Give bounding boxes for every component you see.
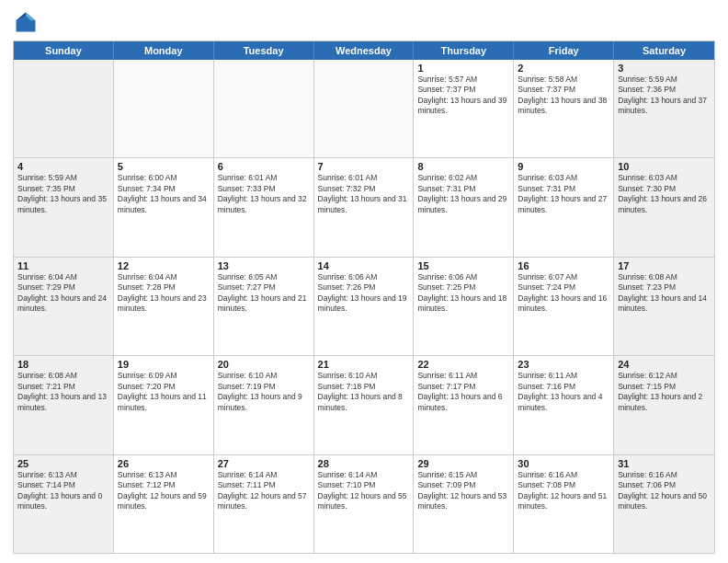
day-info: Sunrise: 6:11 AMSunset: 7:17 PMDaylight:… — [417, 371, 509, 413]
day-number: 17 — [618, 260, 711, 271]
day-cell-6: 6Sunrise: 6:01 AMSunset: 7:33 PMDaylight… — [214, 158, 314, 256]
day-number: 16 — [518, 260, 609, 271]
day-cell-13: 13Sunrise: 6:05 AMSunset: 7:27 PMDayligh… — [214, 258, 314, 355]
day-cell-15: 15Sunrise: 6:06 AMSunset: 7:25 PMDayligh… — [414, 258, 514, 355]
day-cell-21: 21Sunrise: 6:10 AMSunset: 7:18 PMDayligh… — [314, 356, 415, 454]
header-day-saturday: Saturday — [614, 41, 714, 60]
empty-cell — [214, 60, 314, 157]
day-info: Sunrise: 6:13 AMSunset: 7:14 PMDaylight:… — [17, 470, 109, 512]
day-info: Sunrise: 6:00 AMSunset: 7:34 PMDaylight:… — [118, 173, 210, 215]
day-info: Sunrise: 6:05 AMSunset: 7:27 PMDaylight:… — [218, 272, 310, 315]
day-number: 11 — [17, 260, 109, 271]
day-info: Sunrise: 6:08 AMSunset: 7:23 PMDaylight:… — [618, 272, 711, 315]
day-number: 15 — [417, 260, 509, 271]
day-number: 6 — [218, 161, 310, 172]
day-info: Sunrise: 5:58 AMSunset: 7:37 PMDaylight:… — [518, 75, 609, 117]
header-day-friday: Friday — [514, 41, 614, 60]
header-day-wednesday: Wednesday — [314, 41, 415, 60]
day-info: Sunrise: 5:59 AMSunset: 7:35 PMDaylight:… — [17, 173, 109, 215]
day-cell-23: 23Sunrise: 6:11 AMSunset: 7:16 PMDayligh… — [514, 356, 614, 454]
day-cell-28: 28Sunrise: 6:14 AMSunset: 7:10 PMDayligh… — [314, 455, 415, 553]
day-number: 25 — [17, 458, 109, 469]
day-cell-17: 17Sunrise: 6:08 AMSunset: 7:23 PMDayligh… — [614, 258, 714, 355]
day-cell-14: 14Sunrise: 6:06 AMSunset: 7:26 PMDayligh… — [314, 258, 415, 355]
day-info: Sunrise: 6:09 AMSunset: 7:20 PMDaylight:… — [118, 371, 210, 413]
day-info: Sunrise: 6:07 AMSunset: 7:24 PMDaylight:… — [518, 272, 609, 315]
day-number: 14 — [318, 260, 410, 271]
day-number: 5 — [118, 161, 210, 172]
logo-icon — [13, 9, 39, 35]
day-info: Sunrise: 6:13 AMSunset: 7:12 PMDaylight:… — [118, 470, 210, 512]
day-info: Sunrise: 6:12 AMSunset: 7:15 PMDaylight:… — [618, 371, 711, 413]
day-number: 7 — [318, 161, 410, 172]
day-number: 20 — [218, 359, 310, 370]
day-cell-30: 30Sunrise: 6:16 AMSunset: 7:08 PMDayligh… — [514, 455, 614, 553]
day-info: Sunrise: 6:01 AMSunset: 7:33 PMDaylight:… — [218, 173, 310, 215]
day-cell-9: 9Sunrise: 6:03 AMSunset: 7:31 PMDaylight… — [514, 158, 614, 256]
day-number: 1 — [417, 63, 509, 74]
day-number: 3 — [618, 63, 711, 74]
day-info: Sunrise: 6:03 AMSunset: 7:31 PMDaylight:… — [518, 173, 609, 215]
day-cell-11: 11Sunrise: 6:04 AMSunset: 7:29 PMDayligh… — [14, 258, 114, 355]
day-info: Sunrise: 6:04 AMSunset: 7:28 PMDaylight:… — [118, 272, 210, 315]
day-cell-20: 20Sunrise: 6:10 AMSunset: 7:19 PMDayligh… — [214, 356, 314, 454]
day-info: Sunrise: 6:10 AMSunset: 7:18 PMDaylight:… — [318, 371, 410, 413]
logo — [13, 9, 42, 35]
day-number: 31 — [618, 458, 711, 469]
day-info: Sunrise: 6:06 AMSunset: 7:26 PMDaylight:… — [318, 272, 410, 315]
day-cell-3: 3Sunrise: 5:59 AMSunset: 7:36 PMDaylight… — [614, 60, 714, 157]
day-number: 29 — [417, 458, 509, 469]
day-info: Sunrise: 6:06 AMSunset: 7:25 PMDaylight:… — [417, 272, 509, 315]
day-cell-25: 25Sunrise: 6:13 AMSunset: 7:14 PMDayligh… — [14, 455, 114, 553]
day-info: Sunrise: 6:02 AMSunset: 7:31 PMDaylight:… — [417, 173, 509, 215]
day-cell-27: 27Sunrise: 6:14 AMSunset: 7:11 PMDayligh… — [214, 455, 314, 553]
day-number: 21 — [318, 359, 410, 370]
day-info: Sunrise: 6:11 AMSunset: 7:16 PMDaylight:… — [518, 371, 609, 413]
day-number: 8 — [417, 161, 509, 172]
day-number: 13 — [218, 260, 310, 271]
day-cell-8: 8Sunrise: 6:02 AMSunset: 7:31 PMDaylight… — [414, 158, 514, 256]
day-number: 22 — [417, 359, 509, 370]
page: SundayMondayTuesdayWednesdayThursdayFrid… — [0, 0, 728, 563]
day-number: 30 — [518, 458, 609, 469]
calendar-body: 1Sunrise: 5:57 AMSunset: 7:37 PMDaylight… — [14, 60, 714, 553]
calendar-header: SundayMondayTuesdayWednesdayThursdayFrid… — [14, 41, 714, 60]
day-info: Sunrise: 5:57 AMSunset: 7:37 PMDaylight:… — [417, 75, 509, 117]
header-day-tuesday: Tuesday — [214, 41, 314, 60]
header — [13, 9, 715, 35]
day-number: 4 — [17, 161, 109, 172]
day-info: Sunrise: 6:01 AMSunset: 7:32 PMDaylight:… — [318, 173, 410, 215]
day-info: Sunrise: 6:04 AMSunset: 7:29 PMDaylight:… — [17, 272, 109, 315]
day-cell-19: 19Sunrise: 6:09 AMSunset: 7:20 PMDayligh… — [114, 356, 214, 454]
day-cell-2: 2Sunrise: 5:58 AMSunset: 7:37 PMDaylight… — [514, 60, 614, 157]
week-row-0: 1Sunrise: 5:57 AMSunset: 7:37 PMDaylight… — [14, 60, 714, 158]
day-cell-16: 16Sunrise: 6:07 AMSunset: 7:24 PMDayligh… — [514, 258, 614, 355]
day-number: 28 — [318, 458, 410, 469]
day-info: Sunrise: 6:14 AMSunset: 7:11 PMDaylight:… — [218, 470, 310, 512]
header-day-sunday: Sunday — [14, 41, 114, 60]
day-info: Sunrise: 6:14 AMSunset: 7:10 PMDaylight:… — [318, 470, 410, 512]
day-cell-12: 12Sunrise: 6:04 AMSunset: 7:28 PMDayligh… — [114, 258, 214, 355]
header-day-thursday: Thursday — [414, 41, 514, 60]
day-number: 10 — [618, 161, 711, 172]
day-cell-31: 31Sunrise: 6:16 AMSunset: 7:06 PMDayligh… — [614, 455, 714, 553]
week-row-1: 4Sunrise: 5:59 AMSunset: 7:35 PMDaylight… — [14, 158, 714, 257]
day-cell-1: 1Sunrise: 5:57 AMSunset: 7:37 PMDaylight… — [414, 60, 514, 157]
day-cell-10: 10Sunrise: 6:03 AMSunset: 7:30 PMDayligh… — [614, 158, 714, 256]
day-info: Sunrise: 6:15 AMSunset: 7:09 PMDaylight:… — [417, 470, 509, 512]
day-info: Sunrise: 5:59 AMSunset: 7:36 PMDaylight:… — [618, 75, 711, 117]
day-cell-7: 7Sunrise: 6:01 AMSunset: 7:32 PMDaylight… — [314, 158, 415, 256]
header-day-monday: Monday — [114, 41, 214, 60]
day-number: 27 — [218, 458, 310, 469]
day-info: Sunrise: 6:10 AMSunset: 7:19 PMDaylight:… — [218, 371, 310, 413]
week-row-3: 18Sunrise: 6:08 AMSunset: 7:21 PMDayligh… — [14, 356, 714, 454]
empty-cell — [14, 60, 114, 157]
day-number: 12 — [118, 260, 210, 271]
day-info: Sunrise: 6:03 AMSunset: 7:30 PMDaylight:… — [618, 173, 711, 215]
week-row-4: 25Sunrise: 6:13 AMSunset: 7:14 PMDayligh… — [14, 455, 714, 553]
day-cell-18: 18Sunrise: 6:08 AMSunset: 7:21 PMDayligh… — [14, 356, 114, 454]
day-cell-26: 26Sunrise: 6:13 AMSunset: 7:12 PMDayligh… — [114, 455, 214, 553]
day-number: 9 — [518, 161, 609, 172]
day-cell-4: 4Sunrise: 5:59 AMSunset: 7:35 PMDaylight… — [14, 158, 114, 256]
day-number: 2 — [518, 63, 609, 74]
